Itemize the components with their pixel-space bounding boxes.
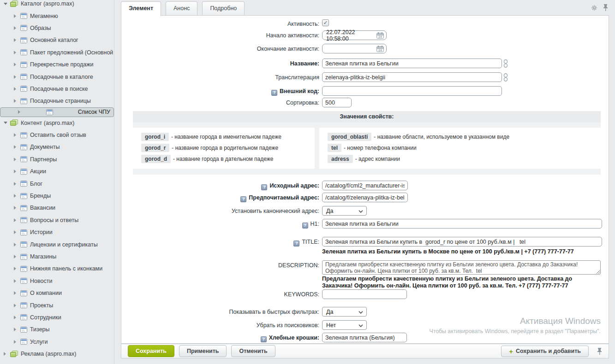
sidebar-item[interactable]: Тизеры (0, 323, 114, 335)
expand-arrow-icon[interactable] (14, 26, 19, 30)
sidebar-item[interactable]: О компании (0, 287, 114, 299)
calendar-icon[interactable]: 24 (376, 46, 384, 53)
sidebar-item[interactable]: Бренды (0, 190, 114, 202)
help-icon[interactable]: ? (261, 336, 267, 342)
help-icon[interactable]: ? (302, 223, 308, 229)
sidebar-item[interactable]: Вопросы и ответы (0, 214, 114, 226)
expand-arrow-icon[interactable] (14, 267, 19, 270)
keywords-input[interactable] (322, 289, 407, 299)
expand-arrow-icon[interactable] (14, 340, 19, 344)
expand-arrow-icon[interactable] (14, 75, 19, 79)
calendar-icon[interactable]: 24 (376, 32, 384, 40)
preferred-url-input[interactable] (322, 193, 408, 202)
translit-input[interactable] (322, 72, 502, 82)
tab-Анонс[interactable]: Анонс (166, 1, 197, 15)
expand-arrow-icon[interactable] (14, 316, 19, 319)
expand-arrow-icon[interactable] (18, 110, 24, 114)
footer-pin-icon[interactable] (597, 348, 602, 355)
tab-Подробно[interactable]: Подробно (202, 1, 245, 15)
sidebar-item[interactable]: Сотрудники (0, 311, 114, 323)
collapse-arrow-icon[interactable] (4, 122, 9, 124)
sidebar-item-label: Документы (30, 144, 60, 150)
pin-icon[interactable] (603, 4, 608, 11)
sidebar-item[interactable]: Посадочные в каталоге (0, 70, 114, 82)
sidebar-item[interactable]: Оставить свой отзыв (0, 129, 114, 141)
sidebar-item-label: Истории (30, 229, 53, 235)
title-input[interactable] (322, 237, 602, 247)
expand-arrow-icon[interactable] (14, 170, 19, 173)
tab-Элемент[interactable]: Элемент (121, 1, 161, 16)
sidebar-item[interactable]: Перекрестные продажи (0, 59, 114, 70)
sidebar-item[interactable]: Посадочные страницы (0, 95, 114, 107)
expand-arrow-icon[interactable] (4, 352, 9, 356)
save-and-add-button[interactable]: +Сохранить и добавить (501, 346, 589, 357)
expand-arrow-icon[interactable] (14, 87, 19, 91)
expand-arrow-icon[interactable] (14, 194, 19, 198)
settings-gear-icon[interactable] (591, 5, 597, 11)
sidebar-section[interactable]: Каталог (aspro.max) (0, 0, 114, 10)
expand-arrow-icon[interactable] (14, 158, 19, 161)
help-icon[interactable]: ? (240, 196, 246, 202)
hide-from-search-select[interactable]: Нет (322, 320, 367, 330)
sidebar-section[interactable]: Реклама (aspro.max) (0, 348, 114, 360)
sidebar-item[interactable]: Основной каталог (0, 34, 114, 46)
sidebar-item[interactable]: Пакет предложений (Основной каталог) (0, 47, 114, 59)
help-icon[interactable]: ? (271, 90, 277, 96)
expand-arrow-icon[interactable] (14, 243, 19, 247)
canonical-select[interactable]: Да (322, 206, 367, 216)
expand-arrow-icon[interactable] (14, 230, 19, 234)
expand-arrow-icon[interactable] (14, 99, 19, 103)
name-input[interactable] (322, 59, 502, 68)
active-to-input[interactable]: 24 (322, 44, 387, 53)
chain-link-icon[interactable] (503, 73, 508, 82)
h1-input[interactable] (322, 219, 602, 229)
expand-arrow-icon[interactable] (14, 133, 19, 137)
expand-arrow-icon[interactable] (14, 51, 19, 54)
sidebar-item[interactable]: Истории (0, 226, 114, 238)
expand-arrow-icon[interactable] (14, 255, 19, 258)
sidebar-item[interactable]: Проекты (0, 299, 114, 311)
sidebar-item[interactable]: Мегаменю (0, 10, 114, 22)
sidebar-item[interactable]: Магазины (0, 251, 114, 263)
apply-button[interactable]: Применить (179, 345, 227, 357)
sidebar-item[interactable]: Список ЧПУ (0, 107, 114, 117)
description-textarea[interactable] (322, 260, 601, 275)
cancel-button[interactable]: Отменить (231, 345, 275, 357)
activity-checkbox[interactable]: ✓ (322, 19, 329, 26)
collapse-arrow-icon[interactable] (4, 3, 9, 5)
expand-arrow-icon[interactable] (14, 38, 19, 42)
sidebar-item[interactable]: Блог (0, 177, 114, 189)
external-code-input[interactable] (322, 86, 502, 96)
help-icon[interactable]: ? (261, 184, 267, 190)
expand-arrow-icon[interactable] (14, 206, 19, 210)
save-button[interactable]: Сохранить (128, 345, 174, 357)
breadcrumbs-input[interactable] (322, 333, 407, 342)
sidebar-item[interactable]: Образы (0, 22, 114, 34)
quick-filters-select[interactable]: Да (322, 307, 367, 317)
sidebar-item[interactable]: Нижняя панель с иконками (0, 263, 114, 275)
active-from-input[interactable]: 22.07.2022 10:58:0024 (322, 30, 387, 40)
sidebar-item[interactable]: Вакансии (0, 202, 114, 214)
sidebar-item-label: Блог (30, 181, 42, 187)
expand-arrow-icon[interactable] (14, 218, 19, 222)
expand-arrow-icon[interactable] (14, 304, 19, 307)
sidebar-section[interactable]: Контент (aspro.max) (0, 117, 114, 129)
sidebar-item[interactable]: Акции (0, 165, 114, 177)
source-url-input[interactable] (322, 181, 408, 190)
sidebar-item[interactable]: Документы (0, 141, 114, 153)
help-icon[interactable]: ? (293, 241, 299, 247)
sidebar-item[interactable]: Посадочные в поиске (0, 83, 114, 95)
expand-arrow-icon[interactable] (14, 14, 19, 18)
expand-arrow-icon[interactable] (14, 145, 19, 149)
sidebar-item[interactable]: Новости (0, 275, 114, 287)
sidebar-item[interactable]: Партнеры (0, 153, 114, 165)
expand-arrow-icon[interactable] (14, 63, 19, 66)
expand-arrow-icon[interactable] (14, 291, 19, 295)
expand-arrow-icon[interactable] (14, 182, 19, 186)
chain-link-icon[interactable] (503, 59, 508, 68)
expand-arrow-icon[interactable] (14, 279, 19, 283)
sidebar-item[interactable]: Услуги (0, 336, 114, 348)
sort-input[interactable] (322, 98, 352, 107)
sidebar-item[interactable]: Лицензии и сертификаты (0, 238, 114, 250)
expand-arrow-icon[interactable] (14, 328, 19, 331)
